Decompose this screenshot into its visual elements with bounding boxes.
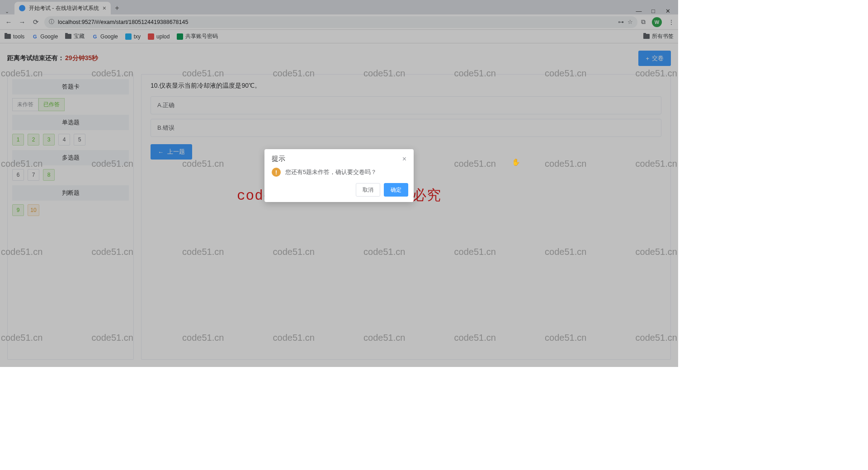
cancel-button[interactable]: 取消 [356, 183, 380, 197]
dialog-message: 您还有5题未作答，确认要交卷吗？ [285, 168, 377, 176]
dialog-title: 提示 [272, 155, 285, 163]
warning-icon: ! [272, 168, 281, 177]
close-icon[interactable]: × [402, 155, 406, 163]
ok-button[interactable]: 确定 [384, 183, 408, 197]
modal-overlay[interactable]: 提示 × ! 您还有5题未作答，确认要交卷吗？ 取消 确定 [0, 0, 678, 367]
confirm-dialog: 提示 × ! 您还有5题未作答，确认要交卷吗？ 取消 确定 [264, 149, 414, 202]
